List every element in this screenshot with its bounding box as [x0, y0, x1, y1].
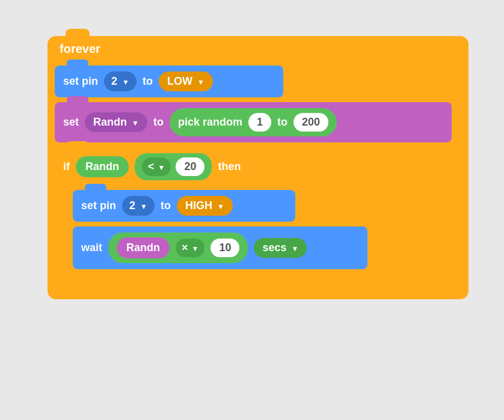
if-block-container: if Randn < 20 the: [55, 147, 461, 287]
pin-number-dropdown[interactable]: 2: [104, 72, 137, 91]
multiply-operator: ×: [182, 242, 188, 254]
secs-dropdown[interactable]: secs: [254, 238, 307, 258]
wait-var-name: Randn: [126, 242, 160, 254]
multiply-chevron-icon: [191, 242, 199, 254]
random-max-value: 200: [302, 116, 320, 128]
forever-label: forever: [60, 42, 100, 55]
pin2-chevron-icon: [139, 199, 147, 212]
set-pin-high-block: set pin 2 to HIGH: [73, 190, 295, 222]
var-name: Randn: [93, 116, 127, 129]
then-label: then: [218, 160, 241, 173]
random-max-input[interactable]: 200: [293, 113, 328, 132]
random-min-input[interactable]: 1: [248, 113, 271, 132]
operator-value: <: [148, 160, 155, 173]
secs-chevron-icon: [290, 242, 299, 254]
forever-body: set pin 2 to LOW set Randn to: [48, 61, 469, 299]
level-high-value: HIGH: [185, 199, 212, 212]
forever-header: forever: [48, 36, 469, 61]
pin-chevron-icon: [121, 75, 129, 88]
pin-value: 2: [111, 75, 117, 88]
multiply-dropdown[interactable]: ×: [176, 239, 204, 257]
pin-value-2: 2: [129, 199, 135, 212]
set-label: set: [63, 116, 79, 129]
pick-random-block: pick random 1 to 200: [170, 108, 337, 136]
to-label-3: to: [277, 116, 287, 129]
threshold-input[interactable]: 20: [176, 157, 204, 176]
to-label-4: to: [161, 199, 171, 212]
if-label: if: [63, 160, 70, 173]
threshold-value: 20: [184, 160, 196, 172]
multiply-block: Randn × 10: [108, 233, 248, 263]
multiply-value: 10: [219, 242, 231, 254]
operator-block: < 20: [135, 153, 212, 180]
var-chevron-icon: [131, 116, 139, 129]
level2-chevron-icon: [216, 199, 224, 212]
forever-block: forever set pin 2 to LOW set: [48, 36, 469, 299]
level-low-dropdown[interactable]: LOW: [159, 72, 213, 91]
multiply-value-input[interactable]: 10: [211, 239, 239, 257]
pin-number-dropdown-2[interactable]: 2: [122, 196, 155, 216]
set-var-block: set Randn to pick random 1 to 200: [55, 102, 452, 142]
wait-block: wait Randn × 10: [73, 227, 367, 269]
if-footer: [55, 275, 461, 287]
pick-random-label: pick random: [178, 116, 242, 129]
to-label-2: to: [153, 116, 164, 129]
operator-dropdown[interactable]: <: [142, 157, 171, 176]
level-low-value: LOW: [167, 75, 192, 88]
wait-label: wait: [81, 242, 102, 254]
scratch-canvas: forever set pin 2 to LOW set: [17, 18, 487, 403]
to-label-1: to: [143, 75, 153, 88]
operator-chevron-icon: [157, 160, 165, 173]
level-high-dropdown[interactable]: HIGH: [177, 196, 233, 216]
secs-label: secs: [262, 242, 286, 254]
set-pin-low-block: set pin 2 to LOW: [55, 65, 283, 97]
var-randn-dropdown[interactable]: Randn: [85, 112, 147, 132]
if-var-name: Randn: [85, 160, 119, 172]
wait-var-randn: Randn: [117, 237, 170, 258]
level-chevron-icon: [196, 75, 204, 88]
set-pin-label-2: set pin: [81, 199, 116, 212]
if-body: set pin 2 to HIGH wait: [55, 186, 461, 275]
set-pin-label: set pin: [63, 75, 98, 88]
if-header-block: if Randn < 20 the: [55, 147, 461, 186]
random-min-value: 1: [257, 116, 263, 128]
if-var-randn: Randn: [76, 156, 129, 177]
